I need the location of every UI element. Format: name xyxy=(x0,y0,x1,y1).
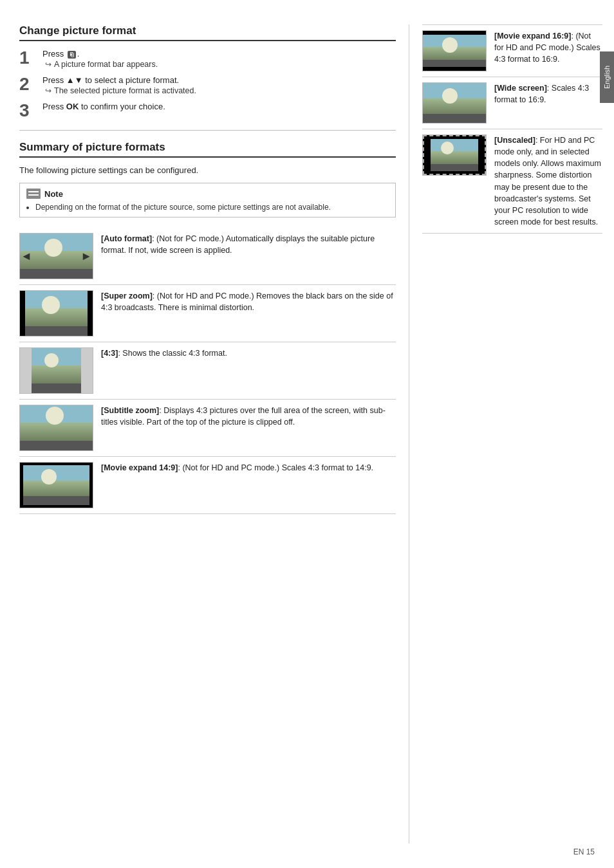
format-img-unscaled xyxy=(422,134,487,176)
sun-circle xyxy=(46,407,64,425)
format-desc-widescreen: [Wide screen]: Scales 4:3 format to 16:9… xyxy=(494,82,602,106)
step-1-content: Press ⎗. ↪ A picture format bar appears. xyxy=(42,49,396,69)
format-img-superzoom xyxy=(19,290,93,337)
sun-circle xyxy=(44,353,59,367)
sun-circle xyxy=(441,142,454,154)
sun-circle xyxy=(442,37,458,53)
sun-circle xyxy=(41,469,57,485)
step-3-content: Press OK to confirm your choice. xyxy=(42,102,396,113)
format-desc-unscaled: [Unscaled]: For HD and PC mode only, and… xyxy=(494,134,602,228)
sun-circle xyxy=(44,239,62,257)
format-row-movie169: [Movie expand 16:9]: (Not for HD and PC … xyxy=(422,24,602,77)
section2-intro: The following picture settings can be co… xyxy=(19,165,396,175)
arrow-icon: ↪ xyxy=(45,60,51,69)
format-row-widescreen: [Wide screen]: Scales 4:3 format to 16:9… xyxy=(422,77,602,129)
section1-title: Change picture format xyxy=(19,24,396,41)
step-2: 2 Press ▲▼ to select a picture format. ↪… xyxy=(19,75,396,95)
step-1-text: Press ⎗. xyxy=(42,49,396,59)
step-2-number: 2 xyxy=(19,75,37,93)
format-img-widescreen xyxy=(422,82,487,124)
format-row-43: [4:3]: Shows the classic 4:3 format. xyxy=(19,342,396,400)
note-icon xyxy=(26,189,41,199)
format-row-unscaled: [Unscaled]: For HD and PC mode only, and… xyxy=(422,129,602,234)
step-3-number: 3 xyxy=(19,102,37,120)
format-desc-superzoom: [Super zoom]: (Not for HD and PC mode.) … xyxy=(101,290,396,313)
step-2-sub: ↪ The selected picture format is activat… xyxy=(45,86,396,95)
format-desc-auto: [Auto format]: (Not for PC mode.) Automa… xyxy=(101,233,396,256)
format-img-subtitle xyxy=(19,405,93,451)
page: English Change picture format 1 Press ⎗.… xyxy=(0,0,614,868)
step-2-content: Press ▲▼ to select a picture format. ↪ T… xyxy=(42,75,396,95)
format-img-auto: ◄ ► xyxy=(19,233,93,279)
format-row-subtitle: [Subtitle zoom]: Displays 4:3 pictures o… xyxy=(19,400,396,457)
note-list: Depending on the format of the picture s… xyxy=(35,203,389,212)
note-box: Note Depending on the format of the pict… xyxy=(19,183,396,217)
format-row-superzoom: [Super zoom]: (Not for HD and PC mode.) … xyxy=(19,285,396,342)
format-img-movie169 xyxy=(422,30,487,71)
step-2-text: Press ▲▼ to select a picture format. xyxy=(42,75,396,85)
arrow-icon: ↪ xyxy=(45,86,51,95)
step-1: 1 Press ⎗. ↪ A picture format bar appear… xyxy=(19,49,396,69)
format-img-movie149 xyxy=(19,462,93,508)
arrow-right-icon: ► xyxy=(80,250,92,263)
sun-circle xyxy=(442,88,458,104)
section2-title: Summary of picture formats xyxy=(19,141,396,158)
format-row-movie149: [Movie expand 14:9]: (Not for HD and PC … xyxy=(19,457,396,514)
right-column: [Movie expand 16:9]: (Not for HD and PC … xyxy=(409,24,602,844)
main-content: Change picture format 1 Press ⎗. ↪ A pic… xyxy=(0,13,614,855)
step-3-text: Press OK to confirm your choice. xyxy=(42,102,396,111)
format-key-icon: ⎗ xyxy=(68,51,76,59)
page-footer: EN 15 xyxy=(573,847,595,856)
step-1-sub: ↪ A picture format bar appears. xyxy=(45,60,396,69)
format-desc-movie169: [Movie expand 16:9]: (Not for HD and PC … xyxy=(494,30,602,65)
arrow-left-icon: ◄ xyxy=(21,250,32,263)
step-1-number: 1 xyxy=(19,49,37,67)
side-tab: English xyxy=(600,51,614,103)
step-3: 3 Press OK to confirm your choice. xyxy=(19,102,396,120)
format-desc-subtitle: [Subtitle zoom]: Displays 4:3 pictures o… xyxy=(101,405,396,428)
note-header: Note xyxy=(26,189,389,199)
sun-circle xyxy=(42,296,60,314)
format-desc-43: [4:3]: Shows the classic 4:3 format. xyxy=(101,347,396,359)
section-divider xyxy=(19,130,396,131)
format-row-auto: ◄ ► [Auto format]: (Not for PC mode.) Au… xyxy=(19,228,396,285)
format-img-43 xyxy=(19,347,93,394)
format-desc-movie149: [Movie expand 14:9]: (Not for HD and PC … xyxy=(101,462,396,474)
left-column: Change picture format 1 Press ⎗. ↪ A pic… xyxy=(19,24,409,844)
note-item: Depending on the format of the picture s… xyxy=(35,203,389,212)
